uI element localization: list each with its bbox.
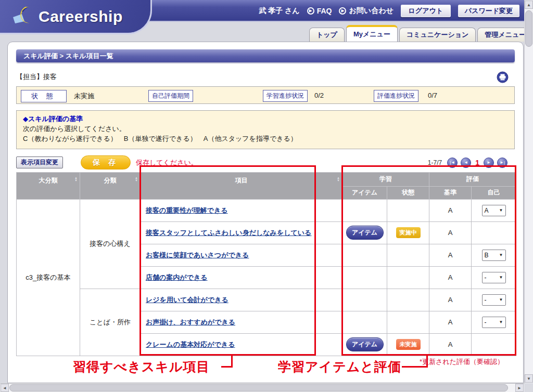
contact-link-label: お問い合わせ	[349, 6, 393, 16]
learning-item-cell	[342, 289, 387, 311]
last-page-icon[interactable]: ►|	[497, 158, 507, 168]
criteria-line2: C（教わりながら遂行できる） B（単独で遂行できる） A（他スタッフを指導できる…	[23, 134, 508, 144]
learning-status-cell	[387, 244, 429, 266]
annotation-skill-items-label: 習得すべきスキル項目	[73, 358, 210, 375]
col-header-learning-item: アイテム	[342, 186, 387, 199]
caret-down-icon: ▼	[499, 253, 503, 257]
skill-table: 大分類 ▲▼ 分類 ▲▼ 項目 ▲▼ 学習 評価 アイテム 状態 基準 自己	[16, 172, 516, 356]
learning-status-cell	[387, 199, 429, 221]
col-header-item: 項目 ▲▼	[141, 172, 342, 199]
moon-logo-icon	[11, 6, 35, 28]
pagination: 1-7/7 |◄ ◄ 1 ► ►|	[428, 158, 507, 168]
main-tabs: トップ Myメニュー コミュニケーション 管理メニュー	[309, 25, 533, 42]
skill-item-link[interactable]: 店舗の案内ができる	[146, 273, 208, 281]
standard-cell: A	[429, 266, 472, 289]
self-eval-select[interactable]: -▼	[482, 294, 506, 306]
annotation-connector	[221, 356, 233, 368]
save-button[interactable]: 保 存	[81, 155, 131, 169]
learning-item-cell	[342, 311, 387, 333]
skill-item-link[interactable]: お客様に笑顔であいさつができる	[146, 251, 249, 259]
col-header-learning-status: 状態	[387, 186, 429, 199]
learning-item-button[interactable]: アイテム	[346, 226, 384, 240]
vertical-scroll-thumb[interactable]	[525, 10, 532, 47]
save-message: 保存してください。	[136, 158, 198, 167]
self-eval-cell-empty	[472, 333, 516, 356]
eval-progress-label: 評価進捗状況	[374, 90, 418, 102]
self-eval-select[interactable]: A▼	[482, 205, 506, 216]
main-panel: スキル評価 > スキル項目一覧 【担当】接客 状 態 未実施 自己評価期間 学習…	[7, 42, 524, 383]
scroll-right-icon[interactable]: ►	[515, 384, 524, 392]
standard-cell: A	[429, 199, 472, 221]
state-label: 状 態	[21, 90, 67, 102]
skill-item-link[interactable]: レジを用いて会計ができる	[146, 296, 229, 304]
scroll-down-icon[interactable]: ▼	[525, 374, 533, 383]
sort-icon[interactable]: ▲▼	[74, 177, 78, 182]
col-header-self: 自己	[472, 186, 516, 199]
first-page-icon[interactable]: |◄	[447, 158, 458, 168]
standard-cell: A	[429, 221, 472, 244]
standard-cell: A	[429, 289, 472, 311]
status-bar: 状 態 未実施 自己評価期間 学習進捗状況 0/2 評価進捗状況 0/7	[16, 86, 515, 104]
logo-text: Careership	[39, 8, 123, 25]
learning-item-cell	[342, 244, 387, 266]
criteria-box: ◆スキル評価の基準 次の評価から選択してください。 C（教わりながら遂行できる）…	[16, 110, 515, 149]
annotation-learning-eval-label: 学習アイテムと評価	[278, 358, 401, 375]
status-badge-doing: 実施中	[396, 227, 421, 238]
sort-icon[interactable]: ▲▼	[135, 177, 138, 182]
learning-item-cell	[342, 199, 387, 221]
play-circle-icon: ▶	[307, 7, 314, 15]
skill-item-link[interactable]: お声掛け、おすすめができる	[146, 318, 235, 326]
category-cell: ことば・所作	[80, 289, 141, 356]
prev-page-icon[interactable]: ◄	[461, 158, 471, 168]
col-header-learning: 学習	[342, 172, 429, 186]
criteria-title: ◆スキル評価の基準	[23, 114, 508, 124]
standard-cell: A	[429, 311, 472, 333]
learning-item-button[interactable]: アイテム	[346, 337, 384, 351]
faq-link[interactable]: ▶ FAQ	[307, 7, 332, 15]
learning-progress-value: 0/2	[314, 92, 324, 99]
pagination-range: 1-7/7	[428, 159, 442, 166]
tab-top[interactable]: トップ	[309, 28, 345, 42]
eval-progress-value: 0/7	[428, 92, 437, 99]
self-eval-select[interactable]: B▼	[482, 250, 506, 261]
user-name: 武 孝子 さん	[259, 6, 299, 16]
caret-down-icon: ▼	[499, 275, 503, 280]
contact-link[interactable]: ▶ お問い合わせ	[339, 6, 393, 16]
col-header-category: 分類 ▲▼	[80, 172, 141, 199]
col-header-evaluation: 評価	[429, 172, 516, 186]
vertical-scrollbar[interactable]: ▲ ▼	[524, 0, 533, 383]
skill-item-link[interactable]: 接客スタッフとしてふさわしい身だしなみをしている	[146, 229, 311, 237]
col-header-standard: 基準	[429, 186, 472, 199]
print-icon[interactable]	[497, 71, 509, 83]
learning-status-cell	[387, 266, 429, 289]
password-change-button[interactable]: パスワード変更	[458, 5, 519, 17]
horizontal-scrollbar[interactable]: ◄ ►	[0, 383, 524, 392]
sort-icon[interactable]: ▲▼	[337, 177, 340, 182]
faq-link-label: FAQ	[317, 7, 332, 15]
next-page-icon[interactable]: ►	[484, 158, 494, 168]
assignment-label: 【担当】接客	[16, 72, 57, 82]
self-eval-period-label: 自己評価期間	[148, 90, 193, 102]
logout-button[interactable]: ログアウト	[401, 5, 451, 17]
self-eval-select[interactable]: -▼	[482, 272, 506, 283]
category-cell: 接客の心構え	[80, 199, 141, 289]
skill-item-link[interactable]: 接客の重要性が理解できる	[146, 206, 228, 214]
table-row: c3_接客の基本 接客の心構え 接客の重要性が理解できる A A▼	[17, 199, 516, 221]
skill-item-link[interactable]: クレームの基本対応ができる	[146, 341, 235, 348]
learning-progress-label: 学習進捗状況	[263, 90, 308, 102]
self-eval-select[interactable]: -▼	[482, 317, 506, 328]
table-row: ことば・所作 レジを用いて会計ができる A -▼	[17, 289, 516, 311]
scroll-left-icon[interactable]: ◄	[1, 384, 9, 392]
col-header-major-category: 大分類 ▲▼	[17, 172, 80, 199]
caret-down-icon: ▼	[499, 297, 503, 302]
horizontal-scroll-thumb[interactable]	[9, 384, 508, 391]
tab-my-menu[interactable]: Myメニュー	[346, 25, 398, 42]
learning-status-cell	[387, 289, 429, 311]
learning-item-cell	[342, 266, 387, 289]
toolbar: 表示項目変更 保 存 保存してください。 1-7/7 |◄ ◄ 1 ► ►|	[16, 155, 515, 171]
scroll-up-icon[interactable]: ▲	[525, 1, 533, 9]
change-display-items-button[interactable]: 表示項目変更	[16, 156, 63, 168]
learning-status-cell	[387, 311, 429, 333]
tab-communication[interactable]: コミュニケーション	[399, 28, 476, 42]
current-page: 1	[475, 159, 479, 167]
